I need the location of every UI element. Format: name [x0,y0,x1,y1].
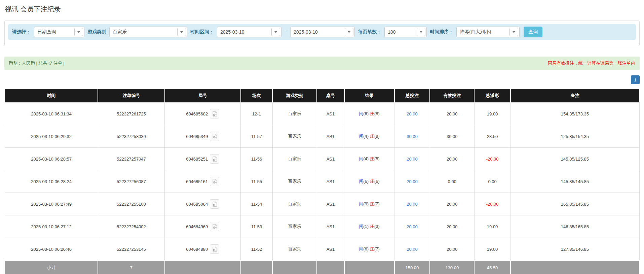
note-cell: 154.35/173.35 [510,103,639,125]
table-row: 2025-03-10 06:27:49 522327255100 6046850… [5,193,639,215]
result-banker: 庄 [370,224,374,229]
header-valid-bet: 有效投注 [430,89,474,103]
query-type-select[interactable]: 日期查询 [34,27,84,37]
round-no-cell: 604684880 [165,238,241,261]
result-banker-score: (8) [374,134,380,139]
search-button[interactable]: 查询 [524,27,542,37]
video-icon [212,224,218,230]
video-replay-button[interactable] [210,177,219,186]
video-icon [212,201,218,207]
total-bet-link[interactable]: 20.00 [407,247,418,252]
note-cell: 145.85/125.85 [510,148,639,170]
round-no-value: 604685064 [186,202,208,207]
result-player-score: (9) [363,201,369,206]
chevron-down-icon[interactable] [417,28,425,36]
total-bet-link[interactable]: 20.00 [407,157,418,162]
note-cell: 145.85/145.85 [510,170,639,193]
result-banker-score: (6) [374,179,380,184]
sort-order-select[interactable]: 降幂(由大到小) [456,27,520,37]
result-cell: 闲(6)庄(8) [344,103,394,125]
valid-bet-cell: 20.00 [430,148,474,170]
page-size-select[interactable]: 100 [384,27,427,37]
filter-panel: 请选择： 日期查询 游戏类别 百家乐 时间区间： 2025-03-10 ~ 20… [4,21,640,46]
bet-no-cell: 522327261725 [98,103,164,125]
page-size-label: 每页笔数： [358,29,381,35]
game-type-value: 百家乐 [110,29,130,35]
query-type-value: 日期查询 [34,29,59,35]
total-bet-link[interactable]: 20.00 [407,202,418,207]
result-banker: 庄 [370,246,374,251]
total-bet-cell: 20.00 [394,238,430,261]
game-type-cell: 百家乐 [272,103,317,125]
empty-cell [272,261,317,274]
total-bet-link[interactable]: 20.00 [407,224,418,229]
total-bet-link[interactable]: 20.00 [407,111,418,116]
date-from-select[interactable]: 2025-03-10 [217,27,281,37]
time-cell: 2025-03-10 06:28:24 [5,170,98,193]
result-player-score: (4) [363,134,369,139]
video-replay-button[interactable] [210,132,219,141]
round-no-cell: 604685251 [165,148,241,170]
table-row: 2025-03-10 06:26:46 522327253145 6046848… [5,238,639,261]
filter-bar: 请选择： 日期查询 游戏类别 百家乐 时间区间： 2025-03-10 ~ 20… [8,24,636,40]
result-player-score: (4) [363,156,369,161]
header-round-no: 局号 [165,89,241,103]
video-replay-button[interactable] [210,199,219,209]
game-type-cell: 百家乐 [272,215,317,238]
date-to-select[interactable]: 2025-03-10 [290,27,355,37]
pagination-page-1-button[interactable]: 1 [631,75,640,84]
video-icon [212,111,218,117]
subtotal-label: 小计 [5,261,98,274]
empty-cell [510,261,639,274]
video-icon [212,156,218,162]
game-type-select[interactable]: 百家乐 [109,27,187,37]
chevron-down-icon[interactable] [509,28,518,36]
chevron-down-icon[interactable] [345,28,353,36]
payout-cell: 0.00 [474,170,510,193]
game-type-cell: 百家乐 [272,125,317,148]
chevron-down-icon[interactable] [271,28,280,36]
video-icon [212,179,218,184]
total-bet-link[interactable]: 20.00 [407,179,418,184]
result-banker: 庄 [370,156,374,161]
round-no-cell: 604685682 [165,103,241,125]
header-bet-no: 注单编号 [98,89,164,103]
game-type-cell: 百家乐 [272,170,317,193]
valid-bet-cell: 20.00 [430,103,474,125]
chevron-down-icon[interactable] [177,28,186,36]
table-no-cell: AS1 [317,193,344,215]
bet-no-cell: 522327256087 [98,170,164,193]
bet-no-cell: 522327258030 [98,125,164,148]
empty-cell [241,261,272,274]
payout-cell: 19.00 [474,215,510,238]
table-row: 2025-03-10 06:28:57 522327257047 6046852… [5,148,639,170]
subtotal-count: 7 [98,261,164,274]
chevron-down-icon[interactable] [74,28,83,36]
total-bet-cell: 20.00 [394,103,430,125]
video-replay-button[interactable] [210,244,219,254]
video-icon [212,246,218,252]
total-bet-link[interactable]: 30.00 [407,134,418,139]
result-banker-score: (5) [374,156,380,161]
result-cell: 闲(9)庄(7) [344,193,394,215]
video-replay-button[interactable] [210,109,219,118]
page-size-value: 100 [385,29,399,35]
result-player: 闲 [359,201,363,206]
result-banker: 庄 [370,111,374,116]
valid-bet-cell: 30.00 [430,125,474,148]
note-cell: 165.85/145.85 [510,193,639,215]
note-cell: 125.85/154.35 [510,125,639,148]
video-replay-button[interactable] [210,154,219,164]
table-no-cell: AS1 [317,170,344,193]
round-no-value: 604684880 [186,247,208,252]
table-no-cell: AS1 [317,148,344,170]
total-bet-cell: 20.00 [394,215,430,238]
video-replay-button[interactable] [210,222,219,231]
time-cell: 2025-03-10 06:27:49 [5,193,98,215]
payout-cell: 19.00 [474,238,510,261]
total-bet-cell: 20.00 [394,170,430,193]
header-session: 场次 [241,89,272,103]
session-cell: 11-52 [241,238,272,261]
bet-no-cell: 522327257047 [98,148,164,170]
subtotal-row: 小计 7 150.00 130.00 45.50 [5,261,639,274]
